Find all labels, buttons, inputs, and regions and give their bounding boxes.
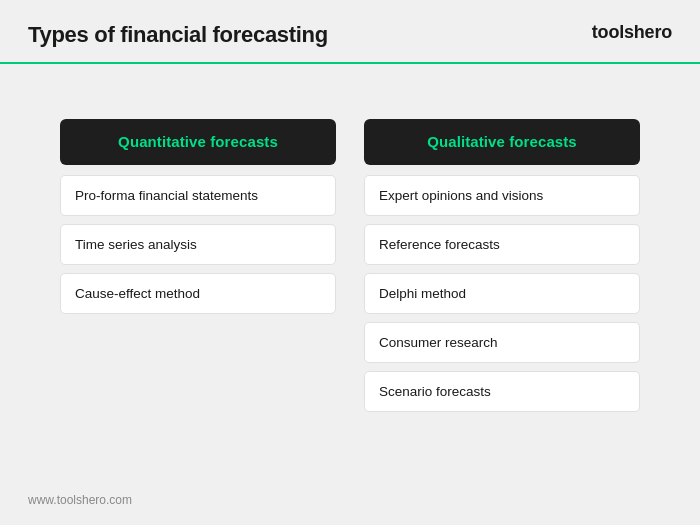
page-container: Types of financial forecasting toolshero… <box>0 0 700 525</box>
list-item-qualitative-1: Reference forecasts <box>364 224 640 265</box>
list-item-quantitative-2: Cause-effect method <box>60 273 336 314</box>
list-item-qualitative-3: Consumer research <box>364 322 640 363</box>
main-content: Quantitative forecastsPro-forma financia… <box>0 64 700 440</box>
list-item-qualitative-2: Delphi method <box>364 273 640 314</box>
page-title: Types of financial forecasting <box>28 22 672 48</box>
list-item-quantitative-1: Time series analysis <box>60 224 336 265</box>
header-area: Types of financial forecasting toolshero <box>0 0 700 48</box>
brand-logo: toolshero <box>592 22 672 43</box>
column-header-label-qualitative: Qualitative forecasts <box>427 133 577 150</box>
column-header-label-quantitative: Quantitative forecasts <box>118 133 278 150</box>
list-item-qualitative-4: Scenario forecasts <box>364 371 640 412</box>
list-item-quantitative-0: Pro-forma financial statements <box>60 175 336 216</box>
footer-watermark: www.toolshero.com <box>28 493 132 507</box>
column-qualitative: Qualitative forecastsExpert opinions and… <box>364 119 640 420</box>
column-header-qualitative: Qualitative forecasts <box>364 119 640 165</box>
list-item-qualitative-0: Expert opinions and visions <box>364 175 640 216</box>
column-quantitative: Quantitative forecastsPro-forma financia… <box>60 119 336 420</box>
column-header-quantitative: Quantitative forecasts <box>60 119 336 165</box>
